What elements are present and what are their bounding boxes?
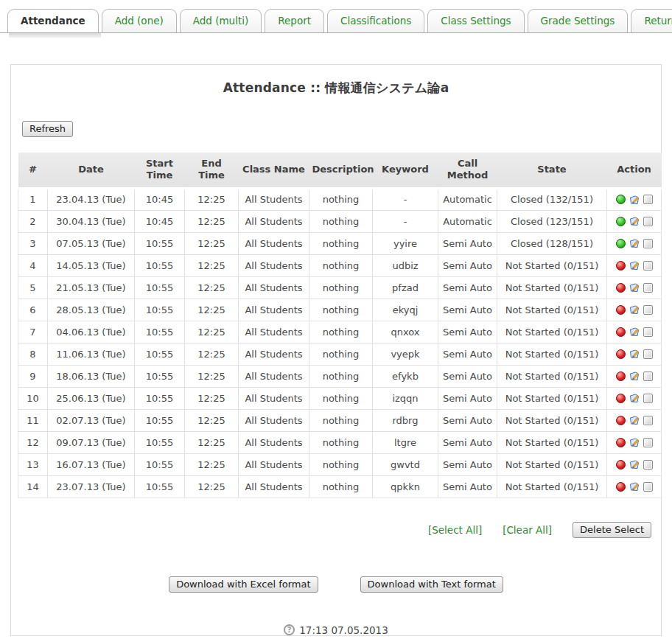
table-row: 4 14.05.13 (Tue) 10:55 12:25 All Student…: [18, 254, 662, 276]
session-checkbox[interactable]: [643, 239, 653, 248]
session-number: 2: [18, 210, 48, 232]
status-orb-icon[interactable]: [616, 327, 626, 337]
session-description: nothing: [309, 475, 373, 498]
table-row: 14 23.07.13 (Tue) 10:55 12:25 All Studen…: [18, 475, 662, 498]
download-text-button[interactable]: Download with Text format: [360, 576, 503, 593]
edit-icon[interactable]: [629, 238, 640, 248]
edit-icon[interactable]: [629, 216, 640, 226]
edit-icon[interactable]: [629, 327, 640, 337]
session-checkbox[interactable]: [643, 394, 653, 403]
edit-icon[interactable]: [629, 459, 640, 470]
status-orb-icon[interactable]: [616, 217, 626, 226]
edit-icon[interactable]: [629, 195, 640, 205]
edit-icon[interactable]: [629, 415, 640, 425]
session-number: 12: [18, 431, 48, 453]
session-checkbox[interactable]: [643, 327, 653, 337]
status-orb-icon[interactable]: [616, 261, 626, 271]
session-description: nothing: [309, 343, 373, 365]
session-checkbox[interactable]: [643, 283, 653, 293]
delete-select-button[interactable]: Delete Select: [573, 522, 651, 538]
tab-grade-settings[interactable]: Grade Settings: [528, 9, 629, 32]
session-actions: [607, 232, 662, 254]
session-state: Not Started (0/151): [497, 475, 607, 498]
session-checkbox[interactable]: [643, 460, 653, 470]
session-end-time: 12:25: [185, 210, 239, 232]
session-keyword: -: [373, 210, 438, 232]
edit-icon[interactable]: [629, 282, 640, 293]
session-number: 4: [18, 254, 48, 276]
tab-add-multi[interactable]: Add (multi): [180, 9, 262, 32]
session-call-method: Semi Auto: [438, 276, 497, 299]
session-end-time: 12:25: [185, 321, 239, 343]
status-orb-icon[interactable]: [616, 438, 626, 447]
edit-icon[interactable]: [629, 437, 640, 447]
session-number: 3: [18, 232, 48, 254]
session-date: 25.06.13 (Tue): [48, 387, 135, 409]
status-orb-icon[interactable]: [616, 371, 626, 381]
session-class-name: All Students: [239, 475, 309, 498]
download-excel-button[interactable]: Download with Excel format: [169, 576, 318, 593]
session-class-name: All Students: [239, 453, 309, 475]
tab-return-to-course[interactable]: Return to Course: [631, 9, 672, 32]
select-all-link[interactable]: [Select All]: [428, 524, 482, 536]
refresh-button[interactable]: Refresh: [22, 121, 73, 137]
session-start-time: 10:55: [135, 321, 185, 343]
session-call-method: Semi Auto: [438, 409, 497, 431]
session-keyword: gwvtd: [373, 453, 438, 475]
table-row: 8 11.06.13 (Tue) 10:55 12:25 All Student…: [18, 343, 662, 365]
status-orb-icon[interactable]: [616, 239, 626, 248]
session-actions: [607, 409, 662, 431]
session-start-time: 10:55: [135, 343, 185, 365]
status-orb-icon[interactable]: [616, 460, 626, 470]
session-start-time: 10:55: [135, 409, 185, 431]
column-header: Keyword: [373, 153, 438, 188]
session-date: 23.04.13 (Tue): [48, 188, 135, 210]
session-keyword: ekyqj: [373, 299, 438, 321]
session-class-name: All Students: [239, 276, 309, 299]
tab-report[interactable]: Report: [265, 9, 324, 32]
session-checkbox[interactable]: [643, 349, 653, 359]
status-orb-icon[interactable]: [616, 195, 626, 204]
session-call-method: Semi Auto: [438, 453, 497, 475]
session-keyword: pfzad: [373, 276, 438, 299]
session-checkbox[interactable]: [643, 261, 653, 271]
edit-icon[interactable]: [629, 304, 640, 315]
tab-attendance[interactable]: Attendance: [7, 9, 99, 32]
edit-icon[interactable]: [629, 371, 640, 381]
session-description: nothing: [309, 210, 373, 232]
edit-icon[interactable]: [629, 260, 640, 271]
session-description: nothing: [309, 387, 373, 409]
table-row: 2 30.04.13 (Tue) 10:45 12:25 All Student…: [18, 210, 662, 232]
status-orb-icon[interactable]: [616, 305, 626, 315]
status-orb-icon[interactable]: [616, 394, 626, 403]
session-checkbox[interactable]: [643, 305, 653, 315]
session-checkbox[interactable]: [643, 371, 653, 381]
status-orb-icon[interactable]: [616, 349, 626, 359]
session-actions: [607, 343, 662, 365]
table-row: 9 18.06.13 (Tue) 10:55 12:25 All Student…: [18, 365, 662, 387]
help-icon[interactable]: ?: [284, 624, 295, 635]
session-keyword: udbiz: [373, 254, 438, 276]
status-orb-icon[interactable]: [616, 416, 626, 425]
edit-icon[interactable]: [629, 393, 640, 403]
session-date: 28.05.13 (Tue): [48, 299, 135, 321]
session-checkbox[interactable]: [643, 195, 653, 204]
session-end-time: 12:25: [185, 453, 239, 475]
edit-icon[interactable]: [629, 481, 640, 492]
tab-classifications[interactable]: Classifications: [327, 9, 424, 32]
session-checkbox[interactable]: [643, 416, 653, 425]
status-orb-icon[interactable]: [616, 283, 626, 293]
session-description: nothing: [309, 232, 373, 254]
status-orb-icon[interactable]: [616, 482, 626, 492]
session-checkbox[interactable]: [643, 438, 653, 447]
session-actions: [607, 210, 662, 232]
tab-add-one[interactable]: Add (one): [102, 9, 177, 32]
session-date: 02.07.13 (Tue): [48, 409, 135, 431]
session-checkbox[interactable]: [643, 217, 653, 226]
session-call-method: Semi Auto: [438, 254, 497, 276]
session-start-time: 10:55: [135, 387, 185, 409]
edit-icon[interactable]: [629, 349, 640, 359]
clear-all-link[interactable]: [Clear All]: [503, 524, 552, 536]
tab-class-settings[interactable]: Class Settings: [427, 9, 524, 32]
session-checkbox[interactable]: [643, 482, 653, 492]
